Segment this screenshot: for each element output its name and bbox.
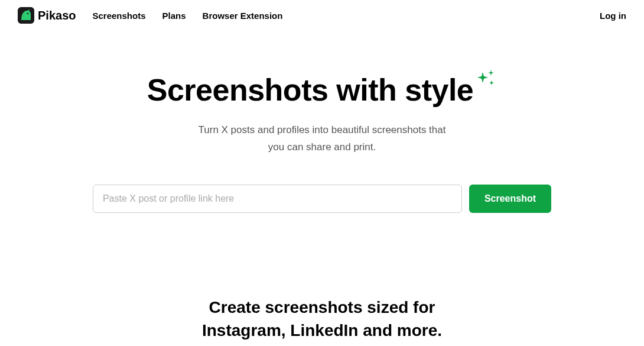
logo[interactable]: Pikaso bbox=[18, 7, 76, 24]
nav-browser-extension[interactable]: Browser Extension bbox=[203, 11, 283, 21]
header-left: Pikaso Screenshots Plans Browser Extensi… bbox=[18, 7, 282, 24]
hero-subtitle-line2: you can share and print. bbox=[268, 141, 376, 153]
sizes-title-line2: Instagram, LinkedIn and more. bbox=[202, 321, 442, 339]
login-link[interactable]: Log in bbox=[600, 11, 626, 21]
input-row: Screenshot bbox=[0, 185, 644, 213]
hero-subtitle-line1: Turn X posts and profiles into beautiful… bbox=[199, 124, 446, 135]
main-nav: Screenshots Plans Browser Extension bbox=[92, 11, 282, 21]
hero-section: Screenshots with style Turn X posts and … bbox=[0, 72, 644, 213]
sizes-title: Create screenshots sized for Instagram, … bbox=[0, 296, 644, 342]
screenshot-button[interactable]: Screenshot bbox=[469, 185, 551, 213]
site-header: Pikaso Screenshots Plans Browser Extensi… bbox=[0, 0, 644, 31]
sizes-title-line1: Create screenshots sized for bbox=[209, 298, 435, 316]
sparkle-icon bbox=[474, 67, 497, 92]
logo-text: Pikaso bbox=[38, 9, 76, 22]
pikaso-logo-icon bbox=[18, 7, 34, 24]
nav-plans[interactable]: Plans bbox=[162, 11, 186, 21]
sizes-section: Create screenshots sized for Instagram, … bbox=[0, 296, 644, 342]
hero-title: Screenshots with style bbox=[147, 72, 474, 108]
hero-title-wrap: Screenshots with style bbox=[147, 72, 497, 108]
link-input[interactable] bbox=[93, 185, 462, 213]
svg-point-1 bbox=[27, 13, 29, 15]
nav-screenshots[interactable]: Screenshots bbox=[92, 11, 145, 21]
hero-subtitle: Turn X posts and profiles into beautiful… bbox=[0, 122, 644, 156]
